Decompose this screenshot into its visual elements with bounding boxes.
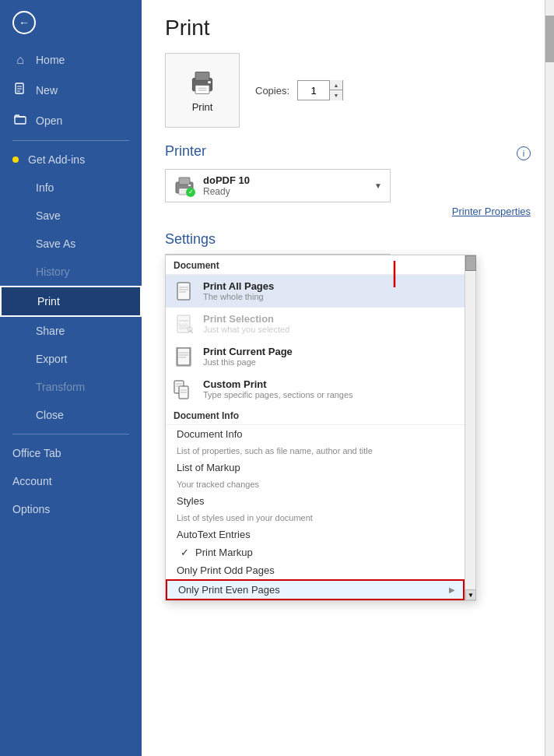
svg-rect-7	[195, 85, 209, 93]
account-label: Account	[12, 475, 52, 487]
dropdown-print-markup[interactable]: ✓ Print Markup	[166, 543, 465, 561]
copies-input[interactable]	[298, 81, 329, 100]
settings-dropdown-menu: ▲ ▼ Document	[165, 255, 476, 601]
scroll-thumb[interactable]	[465, 255, 476, 271]
printer-header-row: Printer i	[165, 140, 531, 166]
printer-icon	[188, 69, 216, 97]
dropdown-odd-pages[interactable]: Only Print Odd Pages	[166, 561, 465, 579]
print-action-area: Print Copies: ▲ ▼	[165, 53, 531, 128]
sidebar-item-label: Print	[37, 295, 60, 308]
page-icon-all	[174, 280, 195, 302]
settings-section: Settings Print All Pages The whole thing…	[165, 228, 531, 287]
print-current-page-text: Print Current Page Just this page	[203, 346, 293, 367]
sidebar-item-export[interactable]: Export	[0, 345, 142, 373]
back-button[interactable]: ←	[0, 0, 142, 45]
copies-spinner: ▲ ▼	[297, 80, 343, 100]
sidebar-item-label: Save	[36, 209, 61, 222]
print-all-pages-text: Print All Pages The whole thing	[203, 280, 274, 301]
dropdown-plain-styles[interactable]: Styles	[166, 492, 465, 510]
sidebar-item-share[interactable]: Share	[0, 317, 142, 345]
dropdown-item-print-selection: Print Selection Just what you selected	[166, 308, 465, 340]
sidebar-item-label: History	[36, 265, 70, 278]
sidebar-item-transform: Transform	[0, 373, 142, 401]
copies-area: Copies: ▲ ▼	[255, 80, 343, 100]
sidebar-item-label: Home	[36, 54, 65, 66]
copies-up-arrow[interactable]: ▲	[330, 80, 342, 90]
dropdown-section-document: Document	[166, 255, 465, 275]
page-icon-selection	[174, 313, 195, 335]
sidebar-item-print[interactable]: Print	[0, 286, 142, 317]
svg-rect-21	[177, 283, 190, 300]
copies-arrows: ▲ ▼	[329, 80, 342, 100]
sidebar-item-label: Share	[36, 325, 65, 337]
sidebar-item-home[interactable]: ⌂ Home	[0, 45, 142, 75]
sidebar-item-office-tab[interactable]: Office Tab	[0, 439, 142, 467]
page-title: Print	[165, 16, 531, 40]
dropdown-section-doc-info: Document Info	[166, 406, 465, 425]
printer-properties-link[interactable]: Printer Properties	[165, 206, 531, 217]
dropdown-item-print-all-pages[interactable]: Print All Pages The whole thing	[166, 275, 465, 308]
dropdown-plain-autotext[interactable]: AutoText Entries	[166, 526, 465, 543]
printer-status: Ready	[203, 186, 366, 197]
sidebar-item-label: Save As	[36, 237, 75, 250]
sidebar-item-history: History	[0, 258, 142, 286]
sidebar-item-save[interactable]: Save	[0, 202, 142, 230]
print-markup-check: ✓	[177, 547, 192, 558]
printer-dropdown[interactable]: ✓ doPDF 10 Ready ▼	[165, 169, 391, 202]
settings-section-header: Settings	[165, 231, 531, 248]
sidebar-item-open[interactable]: Open	[0, 106, 142, 135]
home-icon: ⌂	[12, 53, 28, 67]
info-icon-button[interactable]: i	[517, 146, 531, 160]
scroll-down-arrow[interactable]: ▼	[465, 589, 476, 600]
dropdown-item-print-current-page[interactable]: Print Current Page Just this page	[166, 340, 465, 373]
options-label: Options	[12, 503, 50, 515]
custom-print-text: Custom Print Type specific pages, sectio…	[203, 378, 353, 399]
dropdown-plain-doc-info-desc: List of properties, such as file name, a…	[166, 443, 465, 459]
dropdown-plain-document-info[interactable]: Document Info	[166, 425, 465, 443]
print-button-label: Print	[192, 101, 213, 113]
main-scrollbar[interactable]	[545, 0, 554, 756]
printer-small-icon: ✓	[174, 175, 195, 197]
dropdown-even-pages[interactable]: Only Print Even Pages ▶	[166, 579, 465, 600]
svg-rect-4	[15, 117, 26, 124]
svg-rect-12	[179, 178, 190, 185]
dropdown-plain-list-markup[interactable]: List of Markup	[166, 459, 465, 476]
sidebar-item-account[interactable]: Account	[0, 467, 142, 495]
svg-rect-28	[179, 325, 188, 329]
sidebar-item-get-add-ins[interactable]: Get Add-ins	[0, 146, 142, 174]
sidebar-item-new[interactable]: New	[0, 75, 142, 106]
print-button[interactable]: Print	[165, 53, 240, 128]
svg-rect-6	[195, 72, 209, 80]
open-icon	[12, 114, 28, 128]
printer-section-header: Printer	[165, 143, 206, 160]
svg-rect-8	[208, 81, 211, 83]
dropdown-plain-tracked-changes: Your tracked changes	[166, 476, 465, 492]
sidebar-item-label: Get Add-ins	[28, 153, 85, 166]
main-scrollbar-thumb[interactable]	[545, 16, 554, 62]
copies-down-arrow[interactable]: ▼	[330, 90, 342, 100]
divider-1	[12, 140, 129, 141]
printer-details: doPDF 10 Ready	[203, 174, 366, 197]
sidebar-item-label: Transform	[36, 381, 85, 393]
add-ins-dot-icon	[12, 156, 19, 163]
page-icon-custom	[174, 378, 195, 400]
print-selection-text: Print Selection Just what you selected	[203, 313, 289, 334]
sidebar-item-info[interactable]: Info	[0, 174, 142, 202]
sidebar-item-label: New	[36, 84, 58, 97]
sidebar-item-label: Close	[36, 409, 64, 421]
printer-ready-badge: ✓	[186, 188, 195, 197]
sidebar-item-options[interactable]: Options	[0, 495, 142, 523]
sidebar-item-save-as[interactable]: Save As	[0, 230, 142, 258]
sidebar-item-label: Info	[36, 181, 54, 194]
sidebar-item-label: Open	[36, 114, 62, 127]
sidebar-item-close[interactable]: Close	[0, 401, 142, 429]
dropdown-plain-styles-desc: List of styles used in your document	[166, 510, 465, 526]
page-icon-current	[174, 346, 195, 367]
dropdown-item-custom-print[interactable]: Custom Print Type specific pages, sectio…	[166, 373, 465, 406]
dropdown-scrollbar[interactable]: ▲ ▼	[465, 255, 475, 600]
sidebar-nav: ⌂ Home New Open	[0, 45, 142, 756]
divider-2	[12, 434, 129, 434]
printer-dropdown-arrow: ▼	[374, 181, 382, 190]
svg-rect-14	[188, 185, 191, 186]
copies-label: Copies:	[255, 85, 289, 97]
